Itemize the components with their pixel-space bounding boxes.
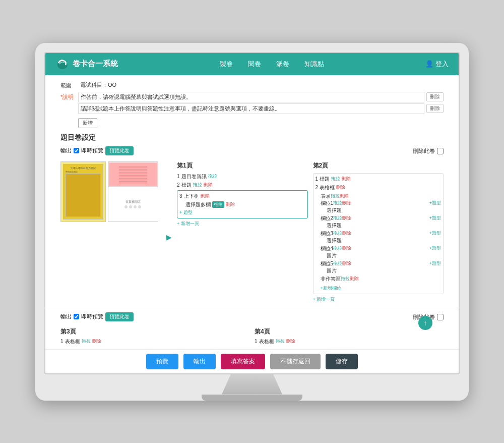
p2-col4-delete[interactable]: 刪除 xyxy=(342,245,351,252)
item3-delete[interactable]: 刪除 xyxy=(201,193,210,199)
page1-item-3-box: 3 上下框 刪除 選擇題多欄 拖拉 刪除 + 題型 xyxy=(177,190,308,218)
p2-col3-addtype[interactable]: +題型 xyxy=(429,230,441,237)
nav-knowledge[interactable]: 知識點 xyxy=(304,60,324,69)
drag-tag: 拖拉 xyxy=(212,201,224,208)
login-btn[interactable]: 👤 登入 xyxy=(425,60,449,69)
remove-desc2-btn[interactable]: 刪除 xyxy=(426,104,444,113)
fill-answer-btn[interactable]: 填寫答案 xyxy=(221,354,265,369)
pages-container: 大學入學學科能力測試 學科綜合測試 xyxy=(60,161,444,303)
bottom-top-row: 輸出 即時預覽 預覽此卷 刪除此卷 xyxy=(60,312,444,324)
preview-right-bottom: 答案標記區 xyxy=(108,187,158,222)
remove-desc1-btn[interactable]: 刪除 xyxy=(426,92,444,101)
scroll-up-btn[interactable]: ↑ xyxy=(418,316,432,330)
page4-item: 1 表格框 拖拉 刪除 xyxy=(255,338,444,345)
page2-column: 第2頁 1 標題 拖拉 刪除 2 表格框 xyxy=(313,161,444,303)
item2-delete[interactable]: 刪除 xyxy=(204,182,213,188)
p2-col4: 欄位4 拖拉 刪除 +題型 圖片 xyxy=(321,245,442,259)
page2-item-2: 2 表格框 刪除 xyxy=(316,184,442,191)
delete-checkbox[interactable] xyxy=(437,148,444,154)
bottom-export-label: 輸出 xyxy=(60,313,72,320)
p2-col3-drag[interactable]: 拖拉 xyxy=(333,230,342,237)
preview-checkbox[interactable] xyxy=(74,148,79,153)
bottom-preview-checkbox[interactable] xyxy=(74,314,79,319)
page3-item: 1 表格框 拖拉 刪除 xyxy=(60,338,249,345)
app-title: 卷卡合一系統 xyxy=(73,59,118,69)
page1-title: 第1頁 xyxy=(177,161,308,170)
item1-drag[interactable]: 拖拉 xyxy=(208,173,217,180)
page1-item-3: 3 上下框 刪除 xyxy=(179,193,305,200)
p2-col5-addtype[interactable]: +題型 xyxy=(429,260,441,267)
bottom-export-row: 輸出 即時預覽 預覽此卷 xyxy=(60,312,134,321)
p2-item1-delete[interactable]: 刪除 xyxy=(342,176,351,182)
subject-label: 範圍 xyxy=(60,80,78,89)
p4-delete[interactable]: 刪除 xyxy=(286,338,295,345)
p2-col2: 欄位2 拖拉 刪除 +題型 選擇題 xyxy=(321,215,442,229)
page1-item-1: 1 題目卷資訊 拖拉 xyxy=(177,173,308,180)
item2-drag[interactable]: 拖拉 xyxy=(193,182,202,188)
subject-row: 範圍 電試科目：OO xyxy=(60,80,444,90)
preview-card-btn[interactable]: 預覽此卷 xyxy=(105,146,134,155)
p3-drag[interactable]: 拖拉 xyxy=(82,338,91,345)
p3-delete[interactable]: 刪除 xyxy=(92,338,101,345)
page3-title: 第3頁 xyxy=(60,327,249,336)
no-save-return-btn[interactable]: 不儲存返回 xyxy=(270,354,321,369)
desc-label: *說明 xyxy=(60,92,78,101)
p2-col1-addtype[interactable]: +題型 xyxy=(429,200,441,206)
preview-left-inner: 大學入學學科能力測試 學科綜合測試 xyxy=(63,164,103,219)
main-nav: 製卷 閱卷 派卷 知識點 xyxy=(220,60,324,69)
nav-assign[interactable]: 派卷 xyxy=(276,60,289,69)
p2-header-drag[interactable]: 拖拉 xyxy=(331,193,340,199)
add-type-btn[interactable]: + 題型 xyxy=(179,209,193,216)
nested-delete[interactable]: 刪除 xyxy=(226,201,235,208)
brand: 卷卡合一系統 xyxy=(55,57,118,71)
p2-noanswer-drag[interactable]: 拖拉 xyxy=(341,275,350,282)
nav-read[interactable]: 閱卷 xyxy=(248,60,261,69)
p4-drag[interactable]: 拖拉 xyxy=(276,338,285,345)
logo-icon xyxy=(55,57,70,71)
navbar: 卷卡合一系統 製卷 閱卷 派卷 知識點 👤 登入 xyxy=(45,53,459,75)
p2-col4-addtype[interactable]: +題型 xyxy=(429,245,441,252)
p2-col2-delete[interactable]: 刪除 xyxy=(342,215,351,222)
nav-make[interactable]: 製卷 xyxy=(220,60,233,69)
add-desc-btn[interactable]: 新增 xyxy=(78,118,97,128)
p2-col1-drag[interactable]: 拖拉 xyxy=(333,200,342,206)
page2-add-row-btn[interactable]: + 新增一頁 xyxy=(313,296,335,303)
page1-items: 1 題目卷資訊 拖拉 2 標題 拖拉 刪除 xyxy=(177,173,308,227)
preview-images: 大學入學學科能力測試 學科綜合測試 xyxy=(60,161,161,303)
page1-item-2: 2 標題 拖拉 刪除 xyxy=(177,182,308,189)
p2-col2-addtype[interactable]: +題型 xyxy=(429,215,441,222)
export-btn[interactable]: 輸出 xyxy=(183,354,216,369)
p2-col3-delete[interactable]: 刪除 xyxy=(342,230,351,237)
page2-title: 第2頁 xyxy=(313,161,444,170)
nested-multicol: 選擇題多欄 拖拉 刪除 xyxy=(185,201,305,208)
export-checkbox-row: 輸出 即時預覽 預覽此卷 xyxy=(60,146,134,155)
delete-checkbox-bottom[interactable] xyxy=(437,314,444,320)
p2-add-cell-btn[interactable]: +新增欄位 xyxy=(321,285,341,292)
p2-col5-delete[interactable]: 刪除 xyxy=(342,260,351,267)
desc-field-2[interactable]: 請詳閱試題本上作答說明與答題性注意事項，盡記時注意題號與選項，不要畫線。 xyxy=(78,103,424,114)
p2-col1-delete[interactable]: 刪除 xyxy=(342,200,351,206)
p2-item1-drag[interactable]: 拖拉 xyxy=(331,176,340,182)
p2-noanswer: 非作答區 拖拉 刪除 xyxy=(321,275,442,283)
p2-col5-drag[interactable]: 拖拉 xyxy=(333,260,342,267)
preview-right-top xyxy=(108,162,158,187)
page2-box: 1 標題 拖拉 刪除 2 表格框 刪除 xyxy=(313,173,444,294)
page1-add-row-btn[interactable]: + 新增一頁 xyxy=(177,220,199,227)
desc-row: *說明 作答前，請確認電腦螢幕與書試試選項無誤。 刪除 請詳閱試題本上作答說明 xyxy=(60,92,444,114)
p2-col1: 欄位1 拖拉 刪除 +題型 選擇題 xyxy=(321,200,442,214)
p2-noanswer-delete[interactable]: 刪除 xyxy=(350,275,359,282)
monitor-stand xyxy=(222,374,282,395)
save-btn[interactable]: 儲存 xyxy=(326,354,358,369)
bottom-preview-card-btn[interactable]: 預覽此卷 xyxy=(105,312,134,321)
monitor-base xyxy=(202,395,302,401)
p2-col2-drag[interactable]: 拖拉 xyxy=(333,215,342,222)
page3-col: 第3頁 1 表格框 拖拉 刪除 xyxy=(60,327,249,345)
main-content: 範圍 電試科目：OO *說明 作答前，請確認電腦螢幕與書試試選項無誤。 刪除 xyxy=(45,75,459,308)
preview-btn[interactable]: 預覽 xyxy=(146,354,178,369)
p2-header-delete[interactable]: 刪除 xyxy=(340,193,349,199)
p2-item2-delete[interactable]: 刪除 xyxy=(336,184,345,191)
desc-field-1[interactable]: 作答前，請確認電腦螢幕與書試試選項無誤。 xyxy=(78,92,424,102)
p2-col3: 欄位3 拖拉 刪除 +題型 選擇題 xyxy=(321,230,442,244)
page2-item-1: 1 標題 拖拉 刪除 xyxy=(316,176,442,183)
p2-col4-drag[interactable]: 拖拉 xyxy=(333,245,342,252)
